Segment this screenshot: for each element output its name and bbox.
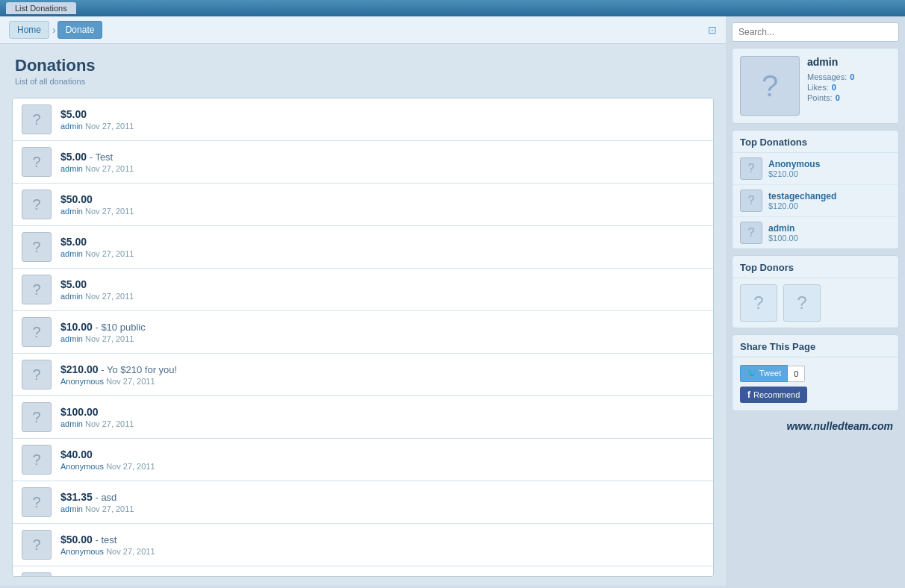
- donation-details: $5.00 admin Nov 27, 2011: [60, 278, 704, 301]
- donation-date: Nov 27, 2011: [106, 377, 155, 386]
- donation-list-wrapper: ? $5.00 admin Nov 27, 2011 ? $5.00 - Tes…: [13, 98, 713, 576]
- admin-profile: ? admin Messages: 0 Likes: 0 Points: 0: [733, 49, 898, 123]
- donation-amount-line: $40.00: [60, 448, 704, 460]
- donation-amount-line: $10.00 - $10 public: [60, 321, 704, 333]
- top-donor-badge-1: ?: [740, 284, 777, 322]
- admin-profile-card: ? admin Messages: 0 Likes: 0 Points: 0: [732, 48, 899, 124]
- donation-date: Nov 27, 2011: [106, 547, 155, 556]
- donation-item: ? $10.00 - $10 public admin Nov 27, 2011: [13, 311, 713, 354]
- search-input[interactable]: [732, 22, 899, 42]
- donation-date: Nov 27, 2011: [85, 164, 134, 173]
- top-donation-avatar: ?: [740, 190, 762, 212]
- donation-date: Nov 27, 2011: [85, 292, 134, 301]
- donation-user: admin: [60, 419, 83, 428]
- donation-meta: admin Nov 27, 2011: [60, 164, 704, 173]
- donation-meta: admin Nov 27, 2011: [60, 207, 704, 216]
- donation-user: Anonymous: [60, 462, 104, 471]
- donation-amount: $5.00: [60, 151, 87, 163]
- recommend-button[interactable]: f Recommend: [740, 387, 807, 403]
- donation-meta: admin Nov 27, 2011: [60, 504, 704, 513]
- top-donation-name: Anonymous: [768, 159, 820, 169]
- top-donations-title: Top Donations: [733, 131, 898, 153]
- top-donors-title: Top Donors: [733, 256, 898, 278]
- donation-user: admin: [60, 504, 83, 513]
- donation-user: admin: [60, 164, 83, 173]
- donation-note: - asd: [95, 492, 116, 503]
- breadcrumb-separator: ›: [52, 24, 56, 36]
- donation-amount: $40.00: [60, 448, 93, 460]
- tweet-icon: 🐦: [747, 369, 759, 378]
- external-link-icon[interactable]: ⊡: [708, 24, 717, 36]
- top-donation-name: testagechanged: [768, 191, 836, 201]
- donation-amount-line: $31.35 - asd: [60, 491, 704, 503]
- donation-amount-line: $5.00: [60, 236, 704, 248]
- top-bar: List Donations: [0, 0, 905, 16]
- donation-date: Nov 27, 2011: [85, 504, 134, 513]
- admin-points: Points: 0: [807, 93, 854, 102]
- breadcrumb-current[interactable]: Donate: [57, 21, 103, 39]
- donation-amount-line: $50.00 - test: [60, 534, 704, 545]
- donation-meta: Anonymous Nov 27, 2011: [60, 377, 704, 386]
- share-title: Share This Page: [733, 335, 898, 357]
- messages-value: 0: [850, 72, 854, 81]
- donation-amount: $5.00: [60, 236, 87, 248]
- page-subtitle: List of all donations: [15, 77, 711, 86]
- points-label: Points:: [807, 93, 833, 102]
- share-card: Share This Page 🐦 Tweet 0 f Recommend: [732, 334, 899, 411]
- top-donation-info: admin $100.00: [768, 223, 798, 243]
- donation-details: $5.00 - Test admin Nov 27, 2011: [60, 151, 704, 173]
- donation-details: $10.00 - $10 public admin Nov 27, 2011: [60, 321, 704, 343]
- top-bar-tab[interactable]: List Donations: [6, 2, 76, 14]
- main-content: Home › Donate ⊡ Donations List of all do…: [0, 16, 726, 586]
- admin-messages: Messages: 0: [807, 72, 854, 81]
- donation-avatar: ?: [22, 402, 52, 432]
- donation-amount-line: $5.00 - Test: [60, 151, 704, 163]
- breadcrumb-bar: Home › Donate ⊡: [0, 16, 726, 44]
- admin-info: admin Messages: 0 Likes: 0 Points: 0: [807, 56, 854, 116]
- donation-item: ? $5.00 admin Nov 27, 2011: [13, 226, 713, 269]
- donation-meta: Anonymous Nov 27, 2011: [60, 462, 704, 471]
- donation-item: ? $40.00 Anonymous Nov 27, 2011: [13, 439, 713, 481]
- top-donation-info: testagechanged $120.00: [768, 191, 836, 210]
- donation-details: $40.00 Anonymous Nov 27, 2011: [60, 448, 704, 471]
- donation-details: $50.00 admin Nov 27, 2011: [60, 193, 704, 216]
- donation-amount: $31.35: [60, 491, 93, 503]
- tweet-button-group: 🐦 Tweet 0: [740, 365, 805, 382]
- breadcrumb-home[interactable]: Home: [9, 21, 49, 39]
- donation-amount-line: $50.00: [60, 193, 704, 205]
- top-donations-list: ? Anonymous $210.00 ? testagechanged $12…: [733, 153, 898, 248]
- tweet-button[interactable]: 🐦 Tweet: [740, 365, 788, 382]
- top-donation-info: Anonymous $210.00: [768, 159, 820, 178]
- top-donor-badge-2: ?: [783, 284, 821, 322]
- donation-avatar: ?: [22, 487, 52, 517]
- tweet-count: 0: [788, 366, 805, 382]
- fb-icon: f: [747, 390, 750, 400]
- donation-date: Nov 27, 2011: [85, 207, 134, 216]
- donation-details: $50.00 - test Anonymous Nov 27, 2011: [60, 534, 704, 556]
- donation-amount: $210.00: [60, 363, 99, 375]
- top-donors-card: Top Donors ? ?: [732, 255, 899, 328]
- donation-item: ? $100.00 admin Nov 27, 2011: [13, 396, 713, 439]
- donation-amount: $10.00: [60, 321, 93, 333]
- share-section: 🐦 Tweet 0 f Recommend: [733, 357, 898, 410]
- donation-details: $100.00 admin Nov 27, 2011: [60, 406, 704, 428]
- donation-note: - Test: [90, 151, 113, 163]
- likes-label: Likes:: [807, 83, 829, 92]
- donation-user: Anonymous: [60, 547, 104, 556]
- tweet-label: Tweet: [759, 369, 781, 378]
- page-title: Donations: [15, 56, 711, 75]
- donation-user: admin: [60, 122, 83, 131]
- donation-item: ? $5.00 admin Nov 27, 2011: [13, 98, 713, 141]
- top-donation-amount: $210.00: [768, 169, 820, 178]
- admin-name: admin: [807, 56, 854, 68]
- top-donation-item: ? Anonymous $210.00: [733, 153, 898, 185]
- donation-date: Nov 27, 2011: [106, 462, 155, 471]
- donation-date: Nov 27, 2011: [85, 249, 134, 258]
- messages-label: Messages:: [807, 72, 847, 81]
- donation-item: ? $5.00 - Test admin Nov 27, 2011: [13, 141, 713, 184]
- top-donation-item: ? testagechanged $120.00: [733, 185, 898, 217]
- donation-item: ? $5.00 admin Nov 27, 2011: [13, 269, 713, 311]
- donation-item: ? $31.35 - asd admin Nov 27, 2011: [13, 481, 713, 524]
- donation-meta: admin Nov 27, 2011: [60, 122, 704, 131]
- likes-value: 0: [832, 83, 836, 92]
